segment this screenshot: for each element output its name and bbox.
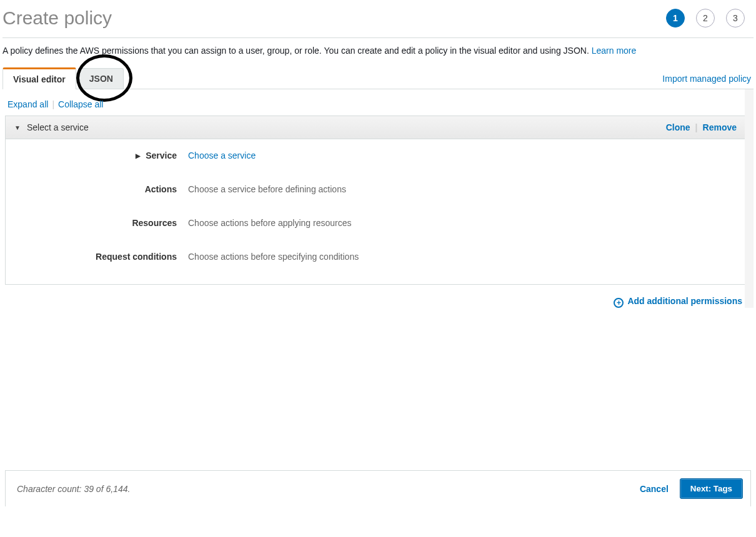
scrollbar-track[interactable]	[745, 89, 754, 308]
step-3[interactable]: 3	[726, 9, 745, 27]
caret-right-icon: ▶	[136, 152, 141, 159]
add-additional-permissions-link[interactable]: Add additional permissions	[627, 296, 742, 306]
conditions-row: Request conditions Choose actions before…	[16, 252, 735, 262]
remove-link[interactable]: Remove	[703, 122, 737, 132]
resources-row: Resources Choose actions before applying…	[16, 218, 735, 228]
collapse-all-link[interactable]: Collapse all	[58, 99, 103, 109]
service-label: ▶Service	[16, 150, 188, 160]
expand-all-link[interactable]: Expand all	[7, 99, 48, 109]
expand-collapse-row: Expand all | Collapse all	[5, 97, 754, 116]
conditions-value: Choose actions before specifying conditi…	[188, 252, 359, 262]
service-panel-title: Select a service	[27, 122, 660, 132]
page-title: Create policy	[2, 7, 112, 29]
separator: |	[695, 122, 698, 132]
page-header: Create policy 1 2 3	[2, 2, 754, 37]
conditions-label: Request conditions	[16, 252, 188, 262]
plus-circle-icon: +	[614, 298, 624, 308]
add-permissions-row: +Add additional permissions	[5, 285, 754, 308]
actions-value: Choose a service before defining actions	[188, 184, 346, 194]
description-text: A policy defines the AWS permissions tha…	[2, 46, 592, 56]
step-2[interactable]: 2	[696, 9, 715, 27]
tab-visual-editor[interactable]: Visual editor	[2, 67, 76, 89]
service-panel: ▼ Select a service Clone | Remove ▶Servi…	[5, 116, 746, 285]
service-panel-body: ▶Service Choose a service Actions Choose…	[6, 139, 745, 284]
service-panel-header[interactable]: ▼ Select a service Clone | Remove	[6, 116, 745, 139]
footer-bar: Character count: 39 of 6,144. Cancel Nex…	[5, 470, 751, 506]
step-indicator: 1 2 3	[666, 9, 754, 27]
cancel-button[interactable]: Cancel	[629, 479, 680, 499]
policy-description: A policy defines the AWS permissions tha…	[2, 46, 754, 67]
separator: |	[52, 99, 54, 109]
tabs-row: Visual editor JSON Import managed policy	[2, 67, 754, 89]
character-count: Character count: 39 of 6,144.	[13, 484, 629, 494]
header-divider	[2, 37, 754, 38]
learn-more-link[interactable]: Learn more	[592, 46, 637, 56]
caret-down-icon: ▼	[14, 124, 21, 131]
service-row: ▶Service Choose a service	[16, 150, 735, 160]
resources-value: Choose actions before applying resources	[188, 218, 352, 228]
import-managed-policy-link[interactable]: Import managed policy	[660, 69, 754, 89]
step-1[interactable]: 1	[666, 9, 685, 27]
tab-json[interactable]: JSON	[79, 68, 124, 89]
actions-label: Actions	[16, 184, 188, 194]
resources-label: Resources	[16, 218, 188, 228]
actions-row: Actions Choose a service before defining…	[16, 184, 735, 194]
choose-service-link[interactable]: Choose a service	[188, 150, 256, 160]
clone-link[interactable]: Clone	[666, 122, 690, 132]
next-tags-button[interactable]: Next: Tags	[680, 478, 743, 499]
